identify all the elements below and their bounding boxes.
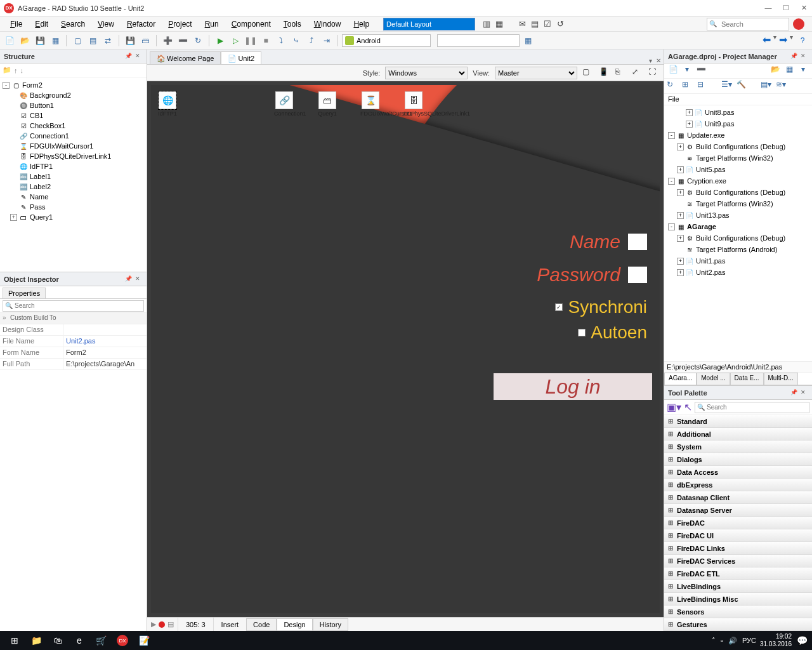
autoen-checkbox[interactable] [578,329,586,336]
pm-node[interactable]: +⚙Build Configurations (Debug) [664,187,812,198]
tree-item[interactable]: ⌛FDGUIxWaitCursor1 [1,141,145,151]
palette-category[interactable]: FireDAC UI [664,529,812,542]
open-button[interactable]: 📂 [18,34,32,48]
pin-icon[interactable]: 📌 [125,275,133,283]
palette-category[interactable]: dbExpress [664,479,812,491]
tray-up-icon[interactable]: ˄ [712,637,716,645]
rad-studio-icon[interactable]: DX [112,632,133,649]
view-icon[interactable]: ⛶ [648,67,660,79]
pm-node[interactable]: ≋Target Platforms (Win32) [664,152,812,164]
pm-node[interactable]: -▦AGarage [664,221,812,232]
refresh-icon[interactable]: ↻ [191,34,205,48]
inspector-category[interactable]: Custom Build To [0,313,147,324]
pm-folder-icon[interactable]: 📂 [769,65,782,77]
palette-category-icon[interactable]: ▣▾ [667,401,681,413]
menu-file[interactable]: File [4,18,29,30]
property-grid[interactable]: Design Class File NameUnit2.pas Form Nam… [0,324,147,370]
nav-back-button[interactable]: ⬅ [763,34,771,48]
menu-view[interactable]: View [91,18,121,30]
pm-collapse-icon[interactable]: ⊟ [697,80,710,93]
tab-unit2[interactable]: 📄Unit2 [221,51,261,64]
label-password[interactable]: Password [537,264,647,286]
tree-item[interactable]: +🗃Query1 [1,212,145,222]
pm-node[interactable]: +⚙Build Configurations (Debug) [664,141,812,152]
menu-run[interactable]: Run [199,18,225,30]
menu-tools[interactable]: Tools [277,18,308,30]
start-button[interactable]: ⊞ [4,632,25,649]
view-select[interactable]: Master [495,67,577,79]
tree-item[interactable]: 🔤Label2 [1,182,145,192]
pm-sync-icon[interactable]: ↻ [667,80,679,93]
tray-lang[interactable]: РУС [742,637,756,644]
unit-toggle-button[interactable]: ⇄ [101,34,115,48]
step-into-button[interactable]: ⤷ [289,34,303,48]
sync-icon[interactable]: ↺ [554,18,566,30]
palette-category[interactable]: Additional [664,428,812,441]
menu-refactor[interactable]: Refactor [121,18,162,30]
design-canvas[interactable]: 🌐IdFTP1 🔗Connection1 🗃Query1 ⌛FDGUIxWait… [147,81,664,617]
nav-fwd-dropdown[interactable]: ▾ [790,34,793,48]
pm-node[interactable]: -▦Updater.exe [664,129,812,141]
tab-welcome[interactable]: 🏠Welcome Page [150,51,221,64]
maximize-button[interactable]: ☐ [782,4,790,13]
password-input[interactable] [628,267,647,283]
tab-close-icon[interactable]: ✕ [656,57,661,64]
form-list-button[interactable]: ▤ [86,34,100,48]
add-file-button[interactable]: ➕ [160,34,174,48]
pm-sort-icon[interactable]: ☰▾ [721,80,734,93]
save-all-icon[interactable]: 🗃 [138,34,152,48]
pm-node[interactable]: ≋Target Platforms (Android) [664,244,812,255]
app-store-icon[interactable]: 🛒 [90,632,112,649]
pm-tree[interactable]: +📄Unit8.pas+📄Unit9.pas-▦Updater.exe+⚙Bui… [664,105,812,361]
tab-code[interactable]: Code [246,618,277,631]
device-select[interactable] [437,34,520,47]
tree-item[interactable]: ✎Pass [1,202,145,212]
notepad-icon[interactable]: 📝 [133,632,155,649]
tree-item[interactable]: 🎨Background2 [1,90,145,100]
palette-category[interactable]: Gestures [664,618,812,631]
view-icon[interactable]: ▢ [582,67,594,79]
pm-view-icon[interactable]: ▦ [783,65,796,77]
palette-list[interactable]: StandardAdditionalSystemDialogsData Acce… [664,415,812,631]
pin-icon[interactable]: 📌 [125,53,133,60]
pm-view-dropdown-icon[interactable]: ▾ [797,65,809,77]
menu-project[interactable]: Project [162,18,198,30]
minimize-button[interactable]: — [764,4,773,13]
explorer-icon[interactable]: 📁 [25,632,47,649]
new-button[interactable]: 📄 [3,34,16,48]
save-all-button[interactable]: ▦ [48,34,62,48]
component-idftp[interactable]: 🌐IdFTP1 [157,91,178,121]
close-icon[interactable]: ✕ [135,275,143,283]
pm-build-icon[interactable]: 🔨 [737,80,749,93]
ide-search-input[interactable] [707,18,789,30]
component-query[interactable]: 🗃Query1 [317,91,337,121]
store-icon[interactable]: 🛍 [47,632,69,649]
pm-node[interactable]: -▦Cryption.exe [664,175,812,187]
pm-tab[interactable]: Multi-D... [764,373,798,385]
pm-node[interactable]: +📄Unit9.pas [664,118,812,129]
macro-play-icon[interactable]: ▶ [151,620,156,628]
pm-node[interactable]: +⚙Build Configurations (Debug) [664,232,812,244]
taskbar-clock[interactable]: 19:0231.03.2016 [756,633,796,648]
inspector-tab-properties[interactable]: Properties [3,288,46,298]
nav-fwd-button[interactable]: ➡ [779,34,787,48]
menu-search[interactable]: Search [55,18,91,30]
macro-options-icon[interactable]: ▤ [167,620,174,628]
help-button[interactable]: ? [796,34,809,48]
struct-expand-icon[interactable]: 📁 [3,66,11,74]
pm-tab[interactable]: AGara... [664,373,697,385]
pm-node[interactable]: +📄Unit8.pas [664,107,812,118]
palette-category[interactable]: FireDAC [664,517,812,529]
save-button[interactable]: 💾 [33,34,47,48]
pin-icon[interactable]: 📌 [790,53,798,60]
view-icon[interactable]: 📱 [599,67,610,79]
palette-category[interactable]: Standard [664,415,812,428]
run-to-button[interactable]: ⇥ [320,34,334,48]
tree-item[interactable]: 🔘Button1 [1,100,145,110]
pm-node[interactable]: +📄Unit5.pas [664,164,812,175]
run-button[interactable]: ▶ [213,34,227,48]
close-icon[interactable]: ✕ [135,53,143,60]
palette-category[interactable]: Data Access [664,466,812,479]
palette-category[interactable]: Sensors [664,606,812,618]
pm-expand-icon[interactable]: ⊞ [682,80,695,93]
